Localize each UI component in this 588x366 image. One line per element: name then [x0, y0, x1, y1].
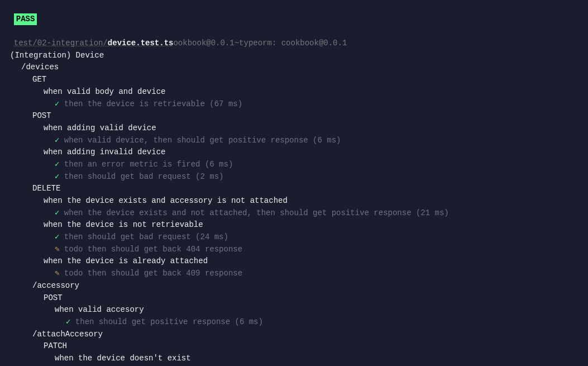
line-pass: ✓ then an error metric is fired (6 ms)	[0, 159, 588, 171]
context-label: when adding invalid device	[44, 148, 165, 156]
method-label: DELETE	[32, 184, 60, 193]
check-icon: ✓	[55, 172, 59, 181]
line-todo: ✎ todo then should get back 409 response	[0, 268, 588, 280]
route-label: /attachAccesory	[32, 330, 103, 339]
line-context: when the device is already attached	[0, 255, 588, 268]
line-pass: ✓ when valid device, then should get pos…	[0, 135, 588, 147]
pencil-icon: ✎	[55, 245, 59, 254]
context-label: when the device is already attached	[44, 256, 208, 265]
line-method: GET	[0, 74, 588, 86]
check-icon: ✓	[55, 208, 59, 217]
line-method: DELETE	[0, 183, 588, 195]
context-label: when the device exists and accessory is …	[44, 196, 288, 205]
test-case-text: then should get bad request (24 ms)	[64, 232, 228, 241]
test-case-text: todo then should get back 404 response	[64, 245, 242, 254]
method-label: GET	[32, 75, 46, 84]
test-case-text: when the device exists and not attached,…	[64, 208, 449, 217]
check-icon: ✓	[66, 317, 70, 326]
pencil-icon: ✎	[55, 269, 59, 278]
test-case-text: then should get bad request (2 ms)	[64, 172, 224, 181]
context-label: when adding valid device	[44, 123, 156, 132]
test-case-text: then the device is retrievable (67 ms)	[64, 99, 242, 108]
route-label: /accessory	[32, 281, 79, 290]
test-path-dir: test/02-integration/	[14, 39, 108, 47]
check-icon: ✓	[55, 136, 59, 145]
test-case-text: when valid device, then should get posit…	[64, 136, 341, 145]
check-icon: ✓	[55, 160, 59, 169]
line-method: POST	[0, 292, 588, 305]
line-route: /attachAccesory	[0, 329, 588, 341]
check-icon: ✓	[55, 99, 59, 108]
test-output-lines: /devicesGETwhen valid body and device✓ t…	[0, 61, 588, 366]
context-label: when the device doesn't exist	[55, 354, 191, 363]
test-case-text: then should get positive response (6 ms)	[75, 317, 263, 326]
line-context: when valid accesory	[0, 304, 588, 316]
header-trail: ookbook@0.0.1~typeorm: cookbook@0.0.1	[173, 39, 347, 47]
line-method: POST	[0, 110, 588, 122]
line-pass: ✓ then should get positive response (6 m…	[0, 316, 588, 329]
test-case-text: todo then should get back 409 response	[64, 269, 242, 278]
context-label: when valid body and device	[44, 87, 165, 96]
context-label: when the device is not retrievable	[44, 220, 203, 229]
context-label: when valid accesory	[55, 305, 144, 314]
line-context: when adding invalid device	[0, 146, 588, 159]
method-label: PATCH	[44, 341, 67, 350]
line-pass: ✓ then the device is retrievable (67 ms)	[0, 98, 588, 111]
line-pass: ✓ then should get bad request (2 ms)	[0, 171, 588, 183]
route-label: /devices	[21, 63, 59, 72]
line-method: PATCH	[0, 340, 588, 353]
line-context: when the device exists and accessory is …	[0, 195, 588, 207]
line-pass: ✓ when the device exists and not attache…	[0, 207, 588, 220]
header-row: PASS test/02-integration/device.test.tso…	[0, 1, 588, 50]
method-label: POST	[44, 293, 63, 302]
test-case-text: then an error metric is fired (6 ms)	[64, 160, 233, 169]
line-pass: ✓ then should get bad request (24 ms)	[0, 231, 588, 244]
line-context: when valid body and device	[0, 86, 588, 98]
line-todo: ✎ todo then should get back 404 response	[0, 244, 588, 256]
check-icon: ✓	[55, 232, 59, 241]
line-context: when the device is not retrievable	[0, 219, 588, 231]
method-label: POST	[32, 111, 51, 120]
suite-title: (Integration) Device	[0, 50, 588, 62]
line-context: when adding valid device	[0, 122, 588, 135]
test-path-file: device.test.ts	[108, 39, 174, 47]
pass-badge: PASS	[14, 13, 37, 26]
line-route: /accessory	[0, 280, 588, 292]
line-route: /devices	[0, 61, 588, 74]
line-context: when the device doesn't exist	[0, 353, 588, 365]
